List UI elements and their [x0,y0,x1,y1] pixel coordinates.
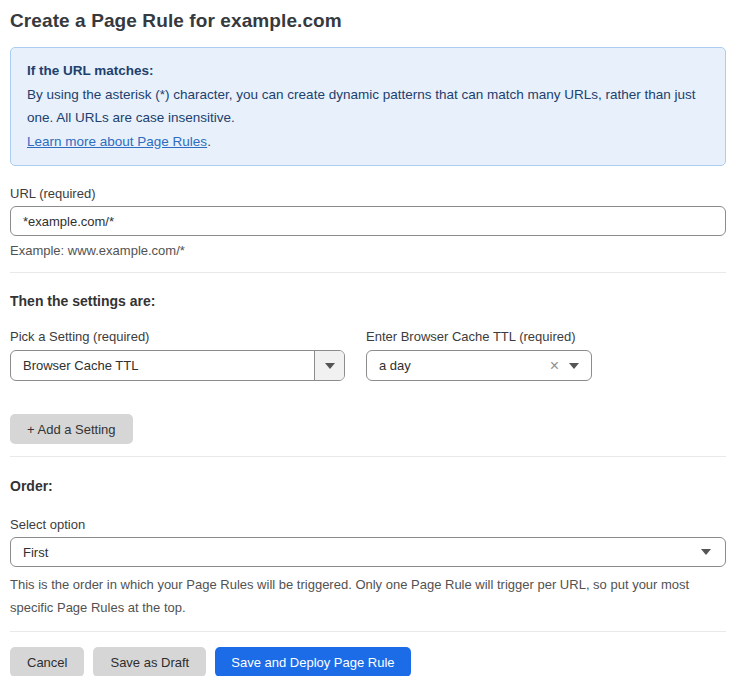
cancel-button[interactable]: Cancel [10,647,84,676]
order-dropdown[interactable]: First [10,537,726,567]
url-label: URL (required) [10,186,726,201]
browser-cache-ttl-value: a day [367,358,544,373]
save-draft-button[interactable]: Save as Draft [93,647,206,676]
url-match-info-box: If the URL matches: By using the asteris… [10,47,726,166]
settings-heading: Then the settings are: [10,293,726,309]
settings-labels-row: Pick a Setting (required) Browser Cache … [10,309,726,381]
browser-cache-ttl-dropdown[interactable]: a day × [366,350,592,381]
page-rule-form: Create a Page Rule for example.com If th… [0,0,736,676]
order-help-text: This is the order in which your Page Rul… [10,573,726,619]
browser-cache-ttl-label: Enter Browser Cache TTL (required) [366,329,596,344]
add-setting-button[interactable]: + Add a Setting [10,414,133,444]
link-suffix: . [207,134,211,149]
info-box-heading: If the URL matches: [27,59,709,83]
pick-setting-label: Pick a Setting (required) [10,329,366,344]
pick-setting-dropdown[interactable]: Browser Cache TTL [10,350,345,381]
info-box-link-line: Learn more about Page Rules. [27,130,709,154]
chevron-down-icon [314,351,344,380]
url-input[interactable] [10,206,726,236]
form-actions: Cancel Save as Draft Save and Deploy Pag… [10,647,726,676]
order-heading: Order: [10,478,726,494]
info-box-body: By using the asterisk (*) character, you… [27,83,709,130]
divider [10,456,726,457]
select-option-label: Select option [10,517,726,532]
divider [10,631,726,632]
clear-icon[interactable]: × [544,358,569,374]
chevron-down-icon [701,549,725,555]
save-deploy-button[interactable]: Save and Deploy Page Rule [215,647,410,676]
learn-more-link[interactable]: Learn more about Page Rules [27,134,207,149]
page-title: Create a Page Rule for example.com [10,8,726,34]
url-example-text: Example: www.example.com/* [10,243,726,258]
order-value: First [11,545,701,560]
chevron-down-icon [569,363,591,369]
pick-setting-value: Browser Cache TTL [11,358,314,373]
divider [10,272,726,273]
